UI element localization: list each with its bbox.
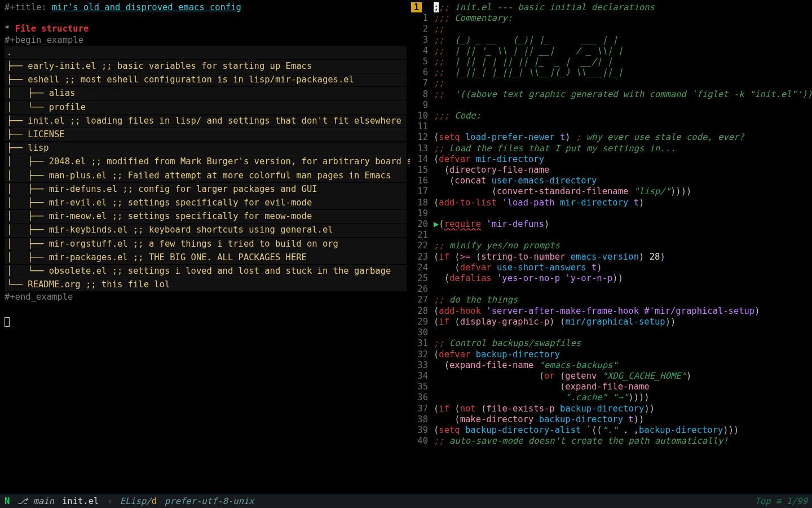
line-number: 15 bbox=[410, 165, 434, 176]
code-line[interactable]: 31;; Control backups/swapfiles bbox=[410, 338, 812, 349]
code-line[interactable]: 37(if (not (file-exists-p backup-directo… bbox=[410, 404, 812, 414]
code-line[interactable]: 4;; | || '_ \\ | || __| / _ \\| | bbox=[410, 46, 812, 56]
line-number: 36 bbox=[410, 392, 434, 403]
line-number: 27 bbox=[410, 295, 434, 305]
code-line[interactable]: 35 (expand-file-name bbox=[410, 382, 812, 392]
org-readme-pane[interactable]: #+title: mir's old and disproved emacs c… bbox=[0, 0, 410, 494]
text-cursor-left bbox=[5, 317, 10, 327]
org-title-keyword: #+title: bbox=[5, 2, 52, 12]
line-number: 30 bbox=[410, 327, 434, 338]
tree-line: │ ├── mir-defuns.el ;; config for larger… bbox=[5, 183, 407, 196]
code-line[interactable]: 26 bbox=[410, 284, 812, 295]
tree-line: ├── lisp bbox=[5, 142, 407, 155]
code-line[interactable]: 14(defvar mir-directory bbox=[410, 154, 812, 165]
org-begin-example: #+begin_example bbox=[5, 35, 407, 46]
code-line[interactable]: 3;; (_) _ __ (_)| |_ ___ | | bbox=[410, 35, 812, 46]
evil-state-indicator: N bbox=[5, 494, 10, 508]
elisp-init-pane[interactable]: 1;;; init.el --- basic initial declarati… bbox=[410, 0, 812, 494]
code-line[interactable]: 25 (defalias 'yes-or-no-p 'y-or-n-p)) bbox=[410, 273, 812, 284]
code-line[interactable]: 17 (convert-standard-filename "lisp/")))… bbox=[410, 186, 812, 197]
line-number: 10 bbox=[410, 111, 434, 121]
tree-line: ├── eshell ;; most eshell configuration … bbox=[5, 73, 407, 86]
code-line[interactable]: 34 (or (getenv "XDG_CACHE_HOME") bbox=[410, 371, 812, 382]
line-number: 7 bbox=[410, 78, 434, 89]
current-line-badge: 1 bbox=[411, 2, 422, 12]
line-number: 39 bbox=[410, 425, 434, 436]
line-number: 25 bbox=[410, 273, 434, 284]
code-line[interactable]: 38 (make-directory backup-directory t)) bbox=[410, 414, 812, 425]
code-line[interactable]: 6;; |_||_| |_||_| \\__|(_) \\___||_| bbox=[410, 67, 812, 78]
code-line[interactable]: 16 (concat user-emacs-directory bbox=[410, 176, 812, 186]
text-cursor-right: ; bbox=[434, 2, 439, 12]
line-number: 2 bbox=[410, 24, 434, 34]
line-number: 18 bbox=[410, 198, 434, 208]
code-line[interactable]: 22;; minify yes/no prompts bbox=[410, 240, 812, 251]
buffer-filename: init.el bbox=[62, 494, 99, 508]
code-line[interactable]: 5;; | || | | || || |_ _ | __/| | bbox=[410, 56, 812, 67]
code-listing[interactable]: 1;;; init.el --- basic initial declarati… bbox=[410, 2, 812, 446]
tree-line: │ ├── man-plus.el ;; Failed attempt at m… bbox=[5, 169, 407, 182]
line-number: 11 bbox=[410, 121, 434, 132]
code-line[interactable]: 15 (directory-file-name bbox=[410, 165, 812, 176]
tree-line: │ └── profile bbox=[5, 101, 407, 114]
line-number: 33 bbox=[410, 360, 434, 371]
code-line[interactable]: 13;; Load the files that I put my settin… bbox=[410, 143, 812, 154]
code-line[interactable]: 21 bbox=[410, 230, 812, 240]
code-line[interactable]: 29(if (display-graphic-p) (mir/graphical… bbox=[410, 317, 812, 327]
code-line[interactable]: 1;;; Commentary: bbox=[410, 13, 812, 24]
line-number: 37 bbox=[410, 404, 434, 414]
line-number: 29 bbox=[410, 317, 434, 327]
code-line[interactable]: 33 (expand-file-name "emacs-backups" bbox=[410, 360, 812, 371]
code-line[interactable]: 1;;; init.el --- basic initial declarati… bbox=[410, 2, 812, 13]
code-line[interactable]: 19 bbox=[410, 208, 812, 219]
line-number: 12 bbox=[410, 132, 434, 143]
line-number: 21 bbox=[410, 230, 434, 240]
line-number: 14 bbox=[410, 154, 434, 165]
line-number: 5 bbox=[410, 56, 434, 67]
line-number: 34 bbox=[410, 371, 434, 382]
code-line[interactable]: 23(if (>= (string-to-number emacs-versio… bbox=[410, 252, 812, 262]
code-line[interactable]: 18(add-to-list 'load-path mir-directory … bbox=[410, 198, 812, 208]
line-number: 32 bbox=[410, 349, 434, 360]
tree-line: │ └── obsolete.el ;; settings i loved an… bbox=[5, 265, 407, 278]
line-number: 31 bbox=[410, 338, 434, 349]
code-line[interactable]: 40;; auto-save-mode doesn't create the p… bbox=[410, 436, 812, 446]
buffer-position: Top ≡ 1/99 bbox=[755, 494, 807, 508]
tree-line: │ ├── mir-evil.el ;; settings specifical… bbox=[5, 196, 407, 209]
tree-line: │ ├── alias bbox=[5, 87, 407, 100]
tree-line: │ ├── mir-keybinds.el ;; keyboard shortc… bbox=[5, 224, 407, 237]
line-number: 20 bbox=[410, 219, 434, 230]
line-number: 8 bbox=[410, 89, 434, 100]
code-line[interactable]: 11 bbox=[410, 121, 812, 132]
code-line[interactable]: 27;; do the things bbox=[410, 295, 812, 305]
code-line[interactable]: 30 bbox=[410, 327, 812, 338]
code-line[interactable]: 36 ".cache" "~")))) bbox=[410, 392, 812, 403]
code-line[interactable]: 39(setq backup-directory-alist `(("." . … bbox=[410, 425, 812, 436]
branch-icon: ⎇ bbox=[17, 496, 28, 506]
code-line[interactable]: 8;; '((above text graphic generated with… bbox=[410, 89, 812, 100]
line-number: 24 bbox=[410, 262, 434, 273]
encoding: prefer-utf-8-unix bbox=[165, 494, 254, 508]
vcs-branch: ⎇ main bbox=[17, 494, 54, 508]
tree-line: │ ├── mir-packages.el ;; THE BIG ONE. AL… bbox=[5, 251, 407, 264]
code-line[interactable]: 20▶(require 'mir-defuns) bbox=[410, 219, 812, 230]
code-line[interactable]: 9 bbox=[410, 100, 812, 111]
tree-line: │ ├── mir-meow.el ;; settings specifical… bbox=[5, 210, 407, 223]
code-line[interactable]: 28(add-hook 'server-after-make-frame-hoo… bbox=[410, 306, 812, 317]
line-number: 38 bbox=[410, 414, 434, 425]
file-tree: .├── early-init.el ;; basic variables fo… bbox=[5, 46, 407, 292]
code-line[interactable]: 24 (defvar use-short-answers t) bbox=[410, 262, 812, 273]
code-line[interactable]: 7;; bbox=[410, 78, 812, 89]
line-number: 26 bbox=[410, 284, 434, 295]
tree-line: ├── LICENSE bbox=[5, 128, 407, 141]
code-line[interactable]: 32(defvar backup-directory bbox=[410, 349, 812, 360]
code-line[interactable]: 2;; bbox=[410, 24, 812, 34]
line-number: 19 bbox=[410, 208, 434, 219]
org-title-text: mir's old and disproved emacs config bbox=[52, 2, 241, 12]
org-heading-1: * File structure bbox=[5, 24, 407, 34]
org-end-example: #+end_example bbox=[5, 292, 407, 303]
code-line[interactable]: 12(setq load-prefer-newer t) ; why ever … bbox=[410, 132, 812, 143]
line-number: 22 bbox=[410, 240, 434, 251]
tree-line: └── README.org ;; this file lol bbox=[5, 278, 407, 291]
code-line[interactable]: 10;;; Code: bbox=[410, 111, 812, 121]
